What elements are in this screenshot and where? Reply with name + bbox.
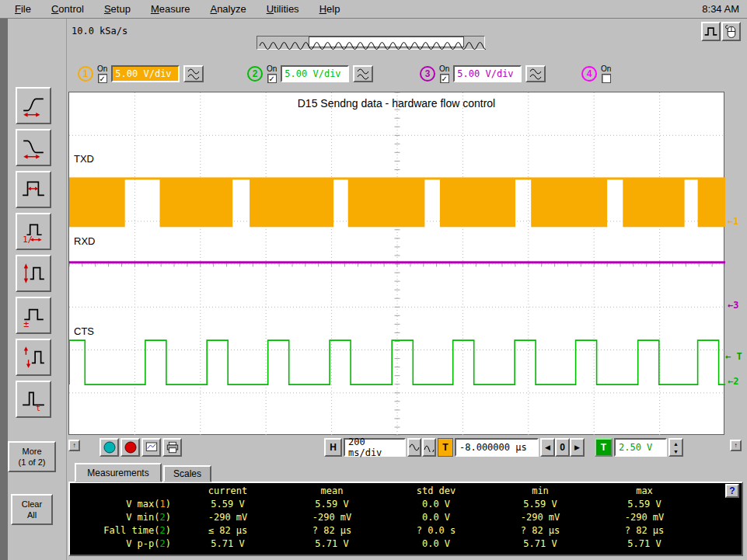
left-arrow-icon: ◀ — [545, 443, 550, 451]
rise-time-tool-button[interactable] — [16, 87, 51, 124]
spin-up-icon[interactable]: ▲ — [670, 440, 682, 447]
run-button[interactable] — [99, 438, 119, 457]
measurement-value: ? 82 µs — [280, 525, 384, 538]
channel-2-on-checkbox[interactable]: ✓ — [267, 74, 277, 83]
fall-time-tool-button[interactable] — [16, 129, 51, 166]
run-icon — [103, 440, 117, 454]
channel-3-coupling-button[interactable] — [525, 65, 546, 82]
measurement-value: 5.59 V — [176, 499, 280, 512]
channel-1-button[interactable]: 1 — [78, 66, 93, 82]
print-button[interactable] — [162, 438, 182, 457]
clear-all-button[interactable]: Clear All — [11, 494, 53, 525]
clear-display-button[interactable] — [141, 438, 161, 457]
horizontal-menu-button[interactable]: H — [324, 438, 342, 457]
horizontal-zoom-button[interactable] — [407, 438, 421, 457]
channel-4-on-checkbox[interactable] — [602, 74, 611, 83]
mouse-settings-button[interactable] — [721, 22, 741, 41]
menu-file[interactable]: File — [5, 2, 41, 17]
printer-icon — [166, 440, 180, 454]
channel-2-coupling-button[interactable] — [353, 65, 373, 82]
channel-2-on-label: On — [267, 65, 277, 73]
menu-help[interactable]: Help — [309, 2, 351, 17]
measurement-value: -290 mV — [488, 512, 592, 525]
pulse-width-icon — [21, 177, 46, 202]
measurement-value: ≤ 82 µs — [176, 525, 280, 538]
sine-icon — [409, 443, 420, 452]
column-header: max — [592, 485, 696, 499]
horizontal-position-field[interactable]: -8.000000 µs — [455, 438, 539, 457]
measurement-value: 0.0 V — [384, 538, 488, 551]
pulse-width-tool-button[interactable] — [16, 171, 51, 208]
measurement-value: 5.71 V — [488, 538, 592, 551]
cts-trace-label: CTS — [74, 325, 94, 337]
clear-label-line2: All — [27, 510, 37, 520]
timebase-scale-field[interactable]: 200 ms/div — [344, 438, 406, 457]
menu-measure[interactable]: Measure — [141, 2, 201, 17]
position-zero-button[interactable]: 0 — [555, 438, 570, 457]
acquisition-mode-button[interactable] — [701, 22, 721, 41]
frequency-tool-button[interactable]: 1/ — [16, 213, 51, 250]
screen-edge — [0, 19, 8, 560]
v-p-p-icon — [21, 261, 46, 286]
channel-1-scale-field[interactable]: 5.00 V/div — [111, 65, 180, 82]
sample-rate-readout: 10.0 kSa/s — [72, 26, 127, 37]
trigger-level-spinner[interactable]: ▲ ▼ — [668, 438, 683, 457]
spin-down-icon[interactable]: ▼ — [670, 447, 682, 455]
txd-trace-label: TXD — [74, 153, 94, 165]
trigger-position-marker[interactable]: T — [438, 438, 453, 457]
channel-1-on-checkbox[interactable]: ✓ — [98, 74, 107, 83]
right-edge-marker-button[interactable]: ↑ — [730, 440, 742, 451]
column-header: current — [176, 485, 280, 499]
channel-3-button[interactable]: 3 — [420, 66, 435, 82]
tab-scales[interactable]: Scales — [163, 465, 211, 482]
stop-button[interactable] — [120, 438, 140, 457]
trigger-level-field[interactable]: 2.50 V — [614, 438, 667, 457]
v-p-p-tool-button[interactable] — [16, 255, 51, 292]
channel-1-on-label: On — [97, 65, 107, 73]
more-label-line2: (1 of 2) — [19, 457, 46, 467]
help-button[interactable]: ? — [725, 484, 739, 498]
menu-control[interactable]: Control — [41, 2, 94, 17]
svg-text:t: t — [36, 404, 40, 412]
channel-3-on-checkbox[interactable]: ✓ — [440, 74, 449, 83]
v-min-max-icon — [21, 345, 46, 370]
horizontal-pan-button[interactable] — [422, 438, 436, 457]
channel-2-button[interactable]: 2 — [247, 66, 263, 82]
menu-utilities[interactable]: Utilities — [257, 2, 309, 17]
channel-2-scale-field[interactable]: 5.00 V/div — [281, 65, 349, 82]
channel-1-ground-marker[interactable]: ←1 — [728, 216, 738, 227]
stop-icon — [124, 440, 138, 454]
measurement-value: ? 0.0 s — [384, 525, 488, 538]
channel-3-ground-marker[interactable]: ←3 — [728, 300, 738, 311]
tab-measurements[interactable]: Measurements — [75, 463, 162, 482]
channel-2-ground-marker[interactable]: ←2 — [728, 376, 738, 387]
channel-4-button[interactable]: 4 — [581, 66, 597, 82]
measurement-value: -290 mV — [176, 512, 280, 525]
menu-analyze[interactable]: Analyze — [200, 2, 256, 17]
trigger-level-marker[interactable]: ← T — [725, 351, 742, 362]
measurement-value: -290 mV — [592, 512, 696, 525]
rxd-trace-label: RXD — [74, 235, 95, 247]
channel-3-scale-field[interactable]: 5.00 V/div — [453, 65, 522, 82]
menu-setup[interactable]: Setup — [94, 2, 141, 17]
more-button[interactable]: More (1 of 2) — [8, 441, 56, 472]
glitch-tool-button[interactable]: t — [16, 381, 51, 418]
column-header: min — [488, 485, 592, 499]
v-min-max-tool-button[interactable] — [16, 339, 51, 376]
frequency-icon: 1/ — [21, 219, 46, 244]
right-arrow-icon: ▶ — [574, 443, 580, 451]
v-avg-tool-button[interactable]: ± — [16, 297, 51, 334]
trigger-menu-button[interactable]: T — [595, 438, 613, 457]
left-edge-marker-button[interactable]: ↑ — [68, 440, 80, 451]
clock: 8:34 AM — [702, 3, 739, 15]
position-step-right-button[interactable]: ▶ — [570, 438, 585, 457]
channel-1-coupling-button[interactable] — [183, 65, 204, 82]
position-step-left-button[interactable]: ◀ — [540, 438, 555, 457]
measurement-value: ? 82 µs — [592, 525, 696, 538]
up-arrow-icon: ↑ — [735, 442, 738, 449]
glitch-icon: t — [21, 387, 46, 412]
column-header: mean — [280, 485, 384, 499]
measurement-value: 5.71 V — [280, 538, 384, 551]
horizontal-position-scrollbar[interactable] — [257, 36, 485, 50]
coupling-icon — [355, 67, 371, 81]
